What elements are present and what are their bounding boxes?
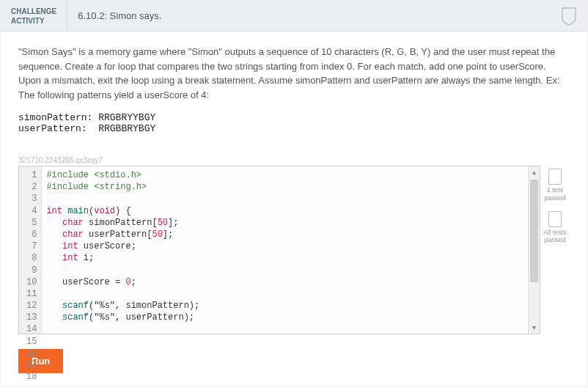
- line-number: 14: [26, 323, 37, 335]
- code-area[interactable]: #include <stdio.h>#include <string.h> in…: [42, 166, 528, 334]
- line-number: 1: [26, 169, 37, 181]
- scroll-up-icon[interactable]: ▴: [529, 166, 540, 178]
- line-number: 2: [26, 181, 37, 193]
- code-line[interactable]: userScore = 0;: [46, 276, 523, 288]
- instance-hash: 321710.2243268.qx3zqy7: [18, 156, 570, 164]
- code-line[interactable]: char userPattern[50];: [46, 229, 523, 240]
- challenge-description: "Simon Says" is a memory game where "Sim…: [18, 45, 570, 102]
- scroll-down-icon[interactable]: ▾: [529, 322, 540, 334]
- line-number: 17: [26, 359, 37, 371]
- line-number: 5: [26, 217, 37, 229]
- line-number: 12: [26, 300, 37, 312]
- shield-icon: [561, 7, 577, 26]
- test-status-panel: 1 test passed All tests passed: [540, 166, 570, 253]
- test-status-all: All tests passed: [540, 211, 570, 245]
- challenge-tag-line2: ACTIVITY: [11, 16, 56, 26]
- test-status-1-label: 1 test passed: [540, 186, 570, 202]
- line-number: 8: [26, 252, 37, 264]
- line-gutter: 123456789101112131415161718: [19, 166, 42, 334]
- test-status-1: 1 test passed: [540, 169, 570, 202]
- line-number: 3: [26, 193, 37, 205]
- code-line[interactable]: scanf("%s", userPattern);: [46, 312, 523, 323]
- completion-badge: [551, 1, 587, 31]
- line-number: 10: [26, 276, 37, 288]
- line-number: 6: [26, 229, 37, 240]
- action-row: Run: [1, 342, 587, 386]
- code-line[interactable]: int main(void) {: [46, 205, 523, 217]
- code-line[interactable]: [46, 323, 523, 334]
- code-line[interactable]: #include <string.h>: [46, 181, 523, 193]
- line-number: 16: [26, 347, 37, 359]
- editor-scrollbar[interactable]: ▴ ▾: [528, 166, 540, 334]
- checkbox-icon: [548, 211, 562, 227]
- line-number: 11: [26, 288, 37, 300]
- challenge-tag: CHALLENGE ACTIVITY: [1, 1, 67, 31]
- code-line[interactable]: char simonPattern[50];: [46, 217, 523, 229]
- challenge-title: 6.10.2: Simon says.: [67, 1, 551, 31]
- line-number: 7: [26, 240, 37, 252]
- example-patterns: simonPattern: RRGBRYYBGY userPattern: RR…: [18, 112, 570, 134]
- editor-row: 123456789101112131415161718 #include <st…: [18, 166, 570, 334]
- challenge-card: CHALLENGE ACTIVITY 6.10.2: Simon says. "…: [0, 0, 588, 387]
- line-number: 9: [26, 265, 37, 276]
- code-line[interactable]: int userScore;: [46, 240, 523, 252]
- test-status-all-label: All tests passed: [540, 229, 570, 245]
- code-line[interactable]: [46, 193, 523, 205]
- code-line[interactable]: int i;: [46, 252, 523, 264]
- line-number: 4: [26, 205, 37, 217]
- line-number: 13: [26, 312, 37, 323]
- code-line[interactable]: scanf("%s", simonPattern);: [46, 300, 523, 312]
- code-editor[interactable]: 123456789101112131415161718 #include <st…: [18, 166, 540, 334]
- code-line[interactable]: #include <stdio.h>: [46, 169, 523, 181]
- code-line[interactable]: [46, 265, 523, 276]
- card-header: CHALLENGE ACTIVITY 6.10.2: Simon says.: [1, 1, 587, 32]
- scroll-thumb[interactable]: [530, 180, 538, 282]
- run-button[interactable]: Run: [18, 349, 63, 373]
- line-number: 15: [26, 336, 37, 347]
- code-line[interactable]: [46, 288, 523, 300]
- card-body: "Simon Says" is a memory game where "Sim…: [1, 32, 587, 342]
- line-number: 18: [26, 371, 37, 383]
- challenge-tag-line1: CHALLENGE: [11, 7, 56, 16]
- checkbox-icon: [548, 169, 562, 185]
